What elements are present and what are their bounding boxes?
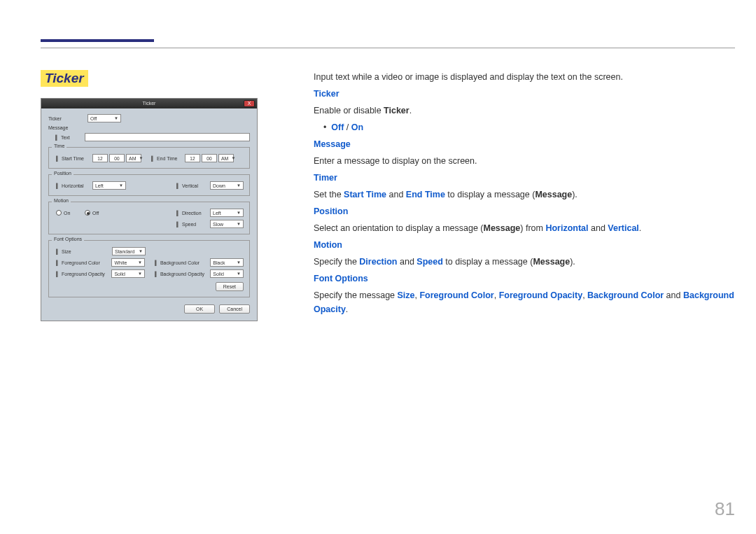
chevron-down-icon: ▼ xyxy=(237,272,241,276)
chevron-down-icon: ▼ xyxy=(114,116,118,120)
cancel-button[interactable]: Cancel xyxy=(219,304,250,314)
dialog-titlebar: Ticker X xyxy=(41,99,257,108)
ticker-label: Ticker xyxy=(48,116,88,121)
chevron-down-icon: ▼ xyxy=(139,156,143,160)
chevron-down-icon: ▼ xyxy=(138,272,142,276)
text-label: Text xyxy=(61,135,85,140)
chevron-down-icon: ▼ xyxy=(237,183,241,188)
start-time-label: Start Time xyxy=(62,156,92,161)
start-ampm[interactable]: AM▼ xyxy=(126,154,141,162)
bg-opacity-select[interactable]: Solid▼ xyxy=(210,269,244,278)
doc-text: Input text while a video or image is dis… xyxy=(314,70,735,319)
dialog-body: Ticker Off▼ Message ▌ Text Time ▌ Start … xyxy=(41,108,257,321)
bg-color-label: Background Color xyxy=(160,260,210,265)
fg-opacity-label: Foreground Opacity xyxy=(62,272,111,276)
bg-color-select[interactable]: Black▼ xyxy=(210,258,244,267)
position-group: Position ▌ Horizontal Left▼ ▌ Vertical D… xyxy=(48,174,250,196)
ticker-select[interactable]: Off▼ xyxy=(88,114,121,122)
speed-label: Speed xyxy=(182,222,210,227)
hd-motion: Motion xyxy=(314,238,735,252)
bg-opacity-label: Background Opacity xyxy=(160,272,210,276)
chevron-down-icon: ▼ xyxy=(138,260,142,265)
font-options-group: Font Options ▌ Size Standard▼ ▌ Foregrou… xyxy=(48,240,250,297)
page-number: 81 xyxy=(715,498,735,520)
fg-color-select[interactable]: White▼ xyxy=(111,258,145,267)
speed-select[interactable]: Slow▼ xyxy=(210,220,244,228)
time-group: Time ▌ Start Time 12 00 AM▼ ▌ End Time 1… xyxy=(48,147,250,169)
chevron-down-icon: ▼ xyxy=(237,211,241,215)
header-accent-bar xyxy=(41,39,154,42)
chevron-down-icon: ▼ xyxy=(237,222,241,226)
close-icon[interactable]: X xyxy=(244,100,255,107)
size-select[interactable]: Standard▼ xyxy=(112,247,146,255)
text-input[interactable] xyxy=(85,133,250,141)
ok-button[interactable]: OK xyxy=(184,304,215,314)
fg-opacity-select[interactable]: Solid▼ xyxy=(111,269,145,278)
start-hour[interactable]: 12 xyxy=(92,154,108,162)
hd-message: Message xyxy=(314,137,735,151)
vertical-select[interactable]: Down▼ xyxy=(210,181,244,190)
message-label: Message xyxy=(48,125,88,130)
direction-select[interactable]: Left▼ xyxy=(210,209,244,217)
dialog-title: Ticker xyxy=(143,101,156,106)
direction-label: Direction xyxy=(182,211,210,216)
vertical-label: Vertical xyxy=(182,183,210,188)
hd-position: Position xyxy=(314,204,735,218)
fg-color-label: Foreground Color xyxy=(62,260,111,265)
ticker-dialog: Ticker X Ticker Off▼ Message ▌ Text Time… xyxy=(41,98,258,321)
hd-font-options: Font Options xyxy=(314,272,735,286)
chevron-down-icon: ▼ xyxy=(231,156,235,160)
horizontal-label: Horizontal xyxy=(62,183,92,188)
size-label: Size xyxy=(62,249,112,254)
end-hour[interactable]: 12 xyxy=(185,154,200,162)
chevron-down-icon: ▼ xyxy=(237,260,241,265)
motion-group: Motion On Off ▌ Direction Left▼ ▌ Speed … xyxy=(48,202,250,234)
chevron-down-icon: ▼ xyxy=(139,249,143,253)
intro-text: Input text while a video or image is dis… xyxy=(314,70,735,84)
end-ampm[interactable]: AM▼ xyxy=(218,154,234,162)
header-rule xyxy=(41,48,735,48)
motion-on-radio[interactable] xyxy=(56,210,62,216)
end-min[interactable]: 00 xyxy=(202,154,217,162)
reset-button[interactable]: Reset xyxy=(216,282,244,291)
hd-ticker: Ticker xyxy=(314,87,735,101)
hd-timer: Timer xyxy=(314,171,735,185)
end-time-label: End Time xyxy=(157,156,185,161)
chevron-down-icon: ▼ xyxy=(119,183,123,188)
horizontal-select[interactable]: Left▼ xyxy=(92,181,126,190)
motion-off-radio[interactable] xyxy=(85,210,90,216)
start-min[interactable]: 00 xyxy=(109,154,125,162)
page-title: Ticker xyxy=(41,70,88,87)
